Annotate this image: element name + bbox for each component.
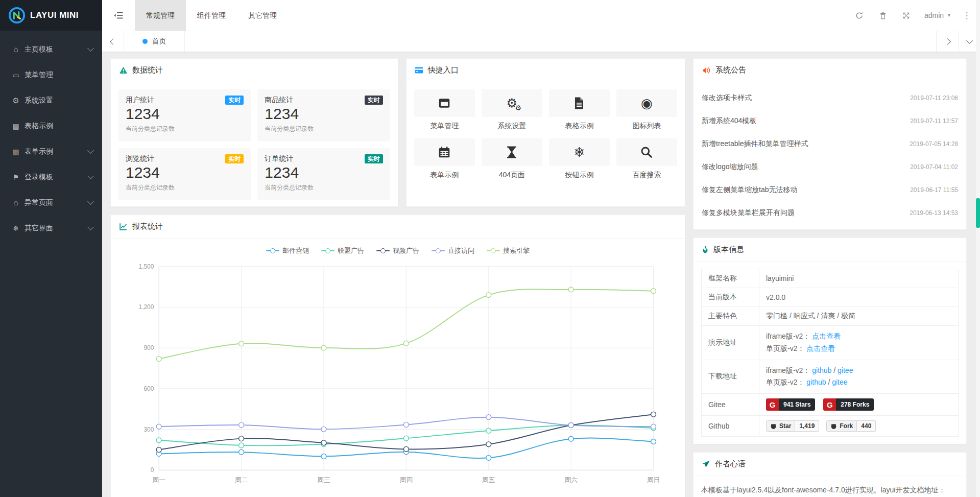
- quick-entry-form-demo[interactable]: 表单示例: [414, 138, 475, 180]
- realtime-badge: 实时: [225, 96, 244, 105]
- page: LAYUI MINI 主页模板 菜单管理 系统设置 表格示例 表单: [0, 0, 980, 497]
- quick-entry-icon-list[interactable]: ◉ 图标列表: [616, 89, 677, 131]
- outdent-icon: [113, 10, 124, 21]
- quick-entry-button-demo[interactable]: ❄ 按钮示例: [549, 138, 610, 180]
- sidebar-item-system-settings[interactable]: 系统设置: [0, 88, 102, 113]
- quick-entry-system-settings[interactable]: ⚙⚙ 系统设置: [482, 89, 542, 131]
- quick-entry-baidu-search[interactable]: 百度搜索: [616, 138, 677, 180]
- sidebar-item-login-template[interactable]: 登录模板: [0, 164, 102, 190]
- sidebar-item-label: 主页模板: [25, 45, 88, 54]
- quick-entry-404-page[interactable]: 404页面: [482, 138, 542, 180]
- tab-strip: 首页: [102, 31, 980, 52]
- github-star-badge[interactable]: Star 1,419: [766, 420, 819, 432]
- legend-item[interactable]: 联盟广告: [321, 246, 364, 255]
- scrollbar-track[interactable]: [976, 0, 980, 497]
- app-title: LAYUI MINI: [30, 10, 79, 20]
- stat-value: 1234: [126, 164, 244, 181]
- demo-link-spa[interactable]: 点击查看: [806, 344, 835, 352]
- bullhorn-icon: [702, 66, 711, 75]
- quick-entry-table-demo[interactable]: 表格示例: [549, 89, 610, 131]
- github-fork-badge[interactable]: Fork 440: [826, 420, 876, 432]
- table-row: 下载地址 iframe版-v2： github / gitee 单页版-v2： …: [702, 360, 959, 394]
- scrollbar-thumb[interactable]: [976, 198, 980, 228]
- download-link-github-iframe[interactable]: github: [812, 366, 831, 374]
- tabs-scroll-right-button[interactable]: [936, 31, 958, 52]
- svg-text:周一: 周一: [152, 476, 165, 484]
- download-link-gitee-spa[interactable]: gitee: [832, 378, 847, 386]
- chart-legend: 邮件营销联盟广告视频广告直接访问搜索引擎: [111, 239, 685, 255]
- sidebar-item-label: 异常页面: [25, 198, 88, 207]
- announcement-item[interactable]: 修改选项卡样式 2019-07-11 23:06: [702, 86, 958, 109]
- svg-text:周日: 周日: [647, 476, 660, 484]
- row-value: 零门槛 / 响应式 / 清爽 / 极简: [759, 307, 959, 326]
- app-logo[interactable]: LAYUI MINI: [0, 0, 102, 31]
- snowflake-icon: [10, 224, 21, 232]
- announcement-item[interactable]: 修复多模块菜单栏展开有问题 2019-06-13 14:53: [702, 201, 958, 224]
- announcement-item[interactable]: 新增treetable插件和菜单管理样式 2019-07-05 14:28: [702, 132, 958, 155]
- legend-label: 联盟广告: [338, 246, 364, 255]
- paper-plane-icon: [702, 460, 710, 468]
- demo-link-iframe[interactable]: 点击查看: [812, 332, 841, 340]
- stat-caption: 当前分类总记录数: [265, 125, 383, 133]
- row-value: 941 Stars 278 Forks: [759, 394, 959, 416]
- download-link-github-spa[interactable]: github: [806, 378, 826, 386]
- fullscreen-icon[interactable]: [895, 0, 918, 31]
- sidebar-item-home-template[interactable]: 主页模板: [0, 37, 102, 62]
- tab-home-label: 首页: [152, 37, 166, 46]
- row-label: 当前版本: [702, 288, 759, 307]
- trash-icon[interactable]: [871, 0, 895, 31]
- download-link-gitee-iframe[interactable]: gitee: [838, 366, 853, 374]
- gitee-forks-badge[interactable]: 278 Forks: [823, 398, 874, 411]
- row-value: v2.0.0: [759, 288, 959, 307]
- more-dots-icon[interactable]: ⋮: [958, 10, 976, 21]
- panel-title: 数据统计: [132, 65, 163, 75]
- sidebar-item-menu-manage[interactable]: 菜单管理: [0, 62, 102, 88]
- tabs-scroll-left-button[interactable]: [102, 31, 124, 52]
- line-chart: 03006009001,2001,500周一周二周三周四周五周六周日: [111, 255, 685, 493]
- stat-value: 1234: [126, 105, 244, 123]
- collapse-menu-button[interactable]: [102, 0, 135, 31]
- legend-marker: [432, 248, 445, 253]
- legend-item[interactable]: 视频广告: [376, 246, 419, 255]
- sidebar-item-table-demo[interactable]: 表格示例: [0, 113, 102, 139]
- header-tab-other[interactable]: 其它管理: [237, 0, 288, 31]
- top-header: 常规管理 组件管理 其它管理 admin ▼ ⋮: [102, 0, 980, 31]
- stat-value: 1234: [265, 105, 383, 123]
- chevron-down-icon: [966, 37, 973, 44]
- row-label: Github: [702, 416, 759, 437]
- sidebar: LAYUI MINI 主页模板 菜单管理 系统设置 表格示例 表单: [0, 0, 102, 497]
- announcement-item[interactable]: 修复左侧菜单缩放tab无法移动 2019-06-17 11:55: [702, 178, 958, 201]
- row-label: Gitee: [702, 394, 759, 416]
- window-icon: [10, 71, 21, 79]
- panel-data-stats: 数据统计 用户统计 实时 1234 当前分类总记录数: [110, 58, 398, 207]
- file-icon: [10, 122, 21, 130]
- refresh-icon[interactable]: [848, 0, 871, 31]
- legend-item[interactable]: 直接访问: [432, 246, 474, 255]
- sidebar-item-other-ui[interactable]: 其它界面: [0, 216, 102, 241]
- svg-text:1,200: 1,200: [139, 303, 154, 311]
- table-row: Github Star 1,419 Fork 440: [702, 416, 959, 437]
- legend-item[interactable]: 搜索引擎: [487, 246, 530, 255]
- table-row: Gitee 941 Stars 278 Forks: [702, 394, 959, 416]
- fire-icon: [702, 245, 709, 254]
- announcement-item[interactable]: 修改logo缩放问题 2019-07-04 11:02: [702, 155, 958, 178]
- table-row: 主要特色 零门槛 / 响应式 / 清爽 / 极简: [702, 307, 959, 326]
- header-tab-components[interactable]: 组件管理: [186, 0, 237, 31]
- octocat-icon: [830, 423, 837, 430]
- header-tab-general[interactable]: 常规管理: [135, 0, 186, 31]
- gears-icon: [10, 96, 21, 105]
- panel-announcements: 系统公告 修改选项卡样式 2019-07-11 23:06 新增系统404模板 …: [693, 58, 967, 230]
- tab-home[interactable]: 首页: [124, 31, 185, 52]
- legend-item[interactable]: 邮件营销: [266, 246, 309, 255]
- sidebar-item-form-demo[interactable]: 表单示例: [0, 139, 102, 164]
- gitee-stars-badge[interactable]: 941 Stars: [766, 398, 815, 411]
- logo-icon: [8, 7, 26, 24]
- sidebar-item-label: 表单示例: [25, 147, 88, 156]
- sidebar-item-error-pages[interactable]: 异常页面: [0, 190, 102, 216]
- panel-version-info: 版本信息 框架名称 layuimini 当前版本 v2.0.0 主要特色: [693, 238, 967, 444]
- realtime-badge: 实时: [365, 96, 383, 105]
- quick-entry-menu-manage[interactable]: 菜单管理: [414, 89, 475, 131]
- legend-label: 邮件营销: [282, 246, 309, 255]
- announcement-item[interactable]: 新增系统404模板 2019-07-11 12:57: [702, 109, 958, 132]
- user-menu[interactable]: admin ▼: [918, 11, 958, 19]
